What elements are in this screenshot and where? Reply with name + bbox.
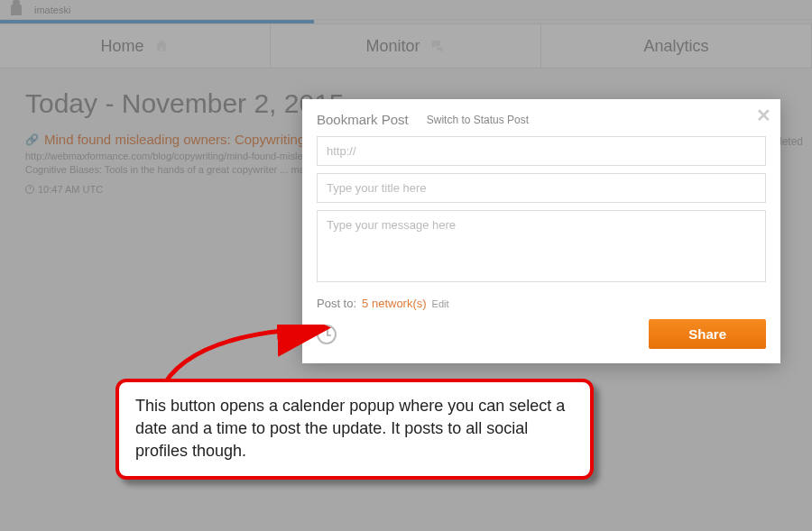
schedule-button[interactable]	[317, 325, 337, 344]
message-input[interactable]	[317, 210, 766, 282]
close-icon[interactable]: ✕	[756, 105, 771, 126]
edit-networks-link[interactable]: Edit	[432, 298, 449, 309]
annotation-text: This button opens a calender popup where…	[135, 395, 574, 463]
bookmark-post-modal: ✕ Bookmark Post Switch to Status Post Po…	[302, 99, 780, 363]
post-to-row: Post to: 5 network(s) Edit	[317, 297, 766, 310]
networks-count: 5 network(s)	[362, 297, 427, 310]
share-button[interactable]: Share	[649, 319, 766, 349]
url-input[interactable]	[317, 136, 766, 166]
switch-to-status-link[interactable]: Switch to Status Post	[427, 114, 529, 126]
annotation-callout: This button opens a calender popup where…	[115, 379, 594, 480]
title-input[interactable]	[317, 173, 766, 203]
post-to-label: Post to:	[317, 297, 356, 310]
modal-title: Bookmark Post	[317, 112, 409, 127]
